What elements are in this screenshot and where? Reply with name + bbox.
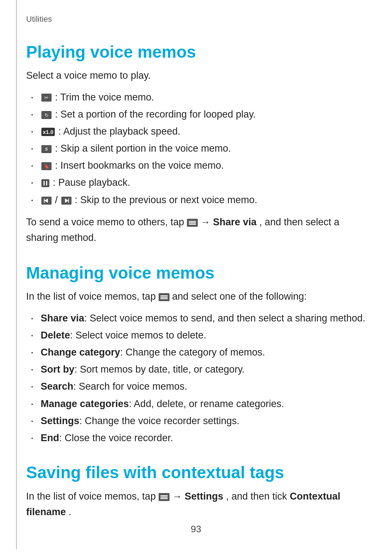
scissors-icon: ✂ [41, 92, 55, 103]
bullet-text: : Skip to the previous or next voice mem… [75, 194, 257, 205]
svg-rect-16 [68, 198, 69, 203]
svg-rect-13 [44, 198, 45, 203]
bullet-text: : Pause playback. [53, 177, 130, 188]
svg-text:✂: ✂ [44, 95, 49, 100]
list-item: Delete: Select voice memos to delete. [26, 328, 366, 343]
page-number: 93 [191, 524, 201, 535]
svg-rect-8 [41, 179, 49, 187]
skip-silent-icon: S [41, 143, 55, 154]
svg-rect-28 [160, 498, 168, 499]
bullet-text: : Insert bookmarks on the voice memo. [55, 160, 224, 171]
list-item: End: Close the voice recorder. [26, 430, 366, 446]
bullet-bold: Sort by [41, 364, 74, 375]
bullet-bold: Settings [41, 415, 79, 426]
managing-section: Managing voice memos In the list of voic… [26, 263, 366, 446]
saving-arrow: → [172, 491, 185, 502]
svg-rect-24 [160, 298, 168, 299]
saving-desc: In the list of voice memos, tap → Settin… [26, 489, 366, 520]
send-line: To send a voice memo to others, tap → Sh… [26, 214, 366, 246]
bullet-text: : Adjust the playback speed. [58, 126, 180, 137]
svg-rect-19 [189, 222, 196, 223]
svg-rect-23 [160, 297, 168, 298]
saving-prefix: In the list of voice memos, tap [26, 491, 159, 502]
svg-text:S: S [45, 147, 48, 151]
list-item: / : Skip to the previous or next voice m… [26, 192, 366, 208]
svg-rect-10 [46, 181, 47, 185]
speed-icon: x1.0 [41, 126, 58, 137]
bullet-text: : Change the voice recorder settings. [79, 415, 240, 426]
list-item: Sort by: Sort memos by date, title, or c… [26, 362, 366, 377]
list-item: : Pause playback. [26, 175, 366, 190]
send-bold: Share via [213, 217, 257, 227]
svg-rect-27 [160, 497, 168, 498]
managing-intro: In the list of voice memos, tap and sele… [26, 289, 366, 304]
bullet-text: : Sort memos by date, title, or category… [74, 364, 245, 375]
managing-intro-suffix: and select one of the following: [172, 291, 307, 302]
bullet-text: : Change the category of memos. [120, 347, 265, 358]
list-item: S : Skip a silent portion in the voice m… [26, 141, 366, 156]
send-arrow: → [200, 217, 213, 227]
pause-icon [41, 177, 53, 188]
list-item: ✂ : Trim the voice memo. [26, 90, 366, 105]
saving-section: Saving files with contextual tags In the… [26, 463, 366, 520]
bullet-bold: Manage categories [41, 398, 129, 409]
list-item: Change category: Change the category of … [26, 345, 366, 360]
managing-intro-prefix: In the list of voice memos, tap [26, 291, 159, 302]
bullet-text: : Add, delete, or rename categories. [129, 398, 284, 409]
managing-bullets: Share via: Select voice memos to send, a… [26, 311, 366, 446]
saving-suffix: . [69, 506, 72, 517]
bullet-bold: Delete [41, 330, 70, 341]
playing-bullets: ✂ : Trim the voice memo. ↻ : Set a porti… [26, 90, 366, 208]
next-icon [61, 194, 75, 205]
separator: / [55, 194, 61, 205]
svg-rect-18 [189, 221, 196, 222]
bullet-text: : Select voice memos to delete. [70, 330, 206, 341]
bullet-bold: Share via [41, 313, 84, 324]
list-item: 🔖 : Insert bookmarks on the voice memo. [26, 158, 366, 173]
bullet-bold: End [41, 432, 59, 443]
list-item: x1.0 : Adjust the playback speed. [26, 124, 366, 139]
list-item: Settings: Change the voice recorder sett… [26, 413, 366, 429]
menu-icon-send [187, 217, 201, 227]
svg-text:↻: ↻ [45, 112, 49, 118]
bullet-bold: Search [41, 381, 73, 392]
bullet-bold: Change category [41, 347, 120, 358]
menu-icon-saving [159, 491, 172, 502]
utilities-label: Utilities [26, 15, 366, 24]
prev-icon [41, 194, 55, 205]
bullet-text: : Select voice memos to send, and then s… [84, 313, 365, 324]
list-item: ↻ : Set a portion of the recording for l… [26, 107, 366, 122]
list-item: Share via: Select voice memos to send, a… [26, 311, 366, 326]
loop-icon: ↻ [41, 109, 55, 120]
saving-mid: , and then tick [226, 491, 290, 502]
send-prefix: To send a voice memo to others, tap [26, 217, 187, 227]
svg-rect-22 [160, 295, 168, 296]
bullet-text: : Search for voice memos. [73, 381, 187, 392]
left-border [16, 0, 17, 549]
bookmark-icon: 🔖 [41, 160, 55, 171]
menu-icon-manage [159, 291, 172, 302]
playing-title: Playing voice memos [26, 42, 366, 62]
svg-text:🔖: 🔖 [44, 163, 50, 169]
bullet-text: : Skip a silent portion in the voice mem… [55, 143, 231, 154]
list-item: Manage categories: Add, delete, or renam… [26, 396, 366, 412]
bullet-text: : Set a portion of the recording for loo… [55, 109, 256, 120]
svg-rect-9 [44, 181, 45, 185]
playing-intro: Select a voice memo to play. [26, 68, 366, 83]
saving-settings: Settings [185, 491, 224, 502]
list-item: Search: Search for voice memos. [26, 379, 366, 394]
managing-title: Managing voice memos [26, 263, 366, 283]
bullet-text: : Close the voice recorder. [59, 432, 173, 443]
saving-title: Saving files with contextual tags [26, 463, 366, 482]
svg-rect-26 [160, 495, 168, 496]
bullet-text: : Trim the voice memo. [55, 92, 154, 103]
page-container: Utilities Playing voice memos Select a v… [0, 0, 392, 549]
svg-rect-20 [189, 224, 196, 225]
